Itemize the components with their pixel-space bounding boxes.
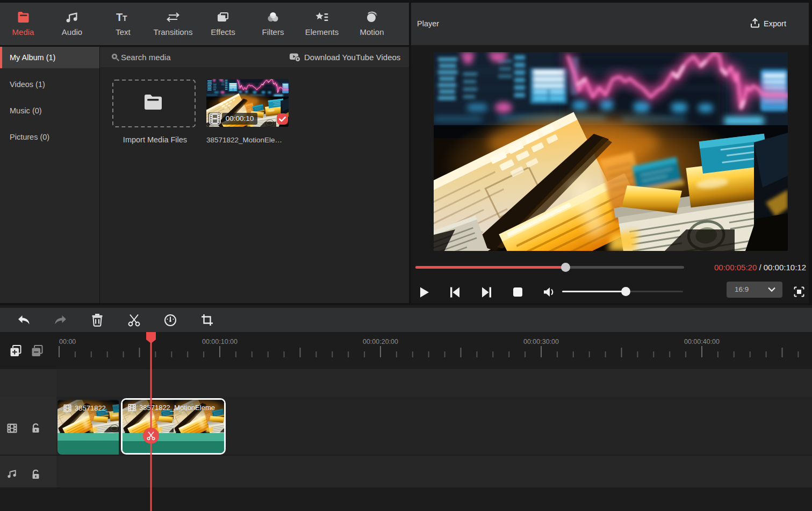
svg-text:T: T <box>123 14 127 23</box>
svg-text:00:00: 00:00 <box>59 338 76 346</box>
svg-text:00:00:10:00: 00:00:10:00 <box>202 338 238 346</box>
svg-text:00:00:30:00: 00:00:30:00 <box>523 338 559 346</box>
svg-text:00:00:40:00: 00:00:40:00 <box>684 338 720 346</box>
svg-text:00:00:20:00: 00:00:20:00 <box>363 338 398 346</box>
svg-text:T: T <box>116 11 123 23</box>
